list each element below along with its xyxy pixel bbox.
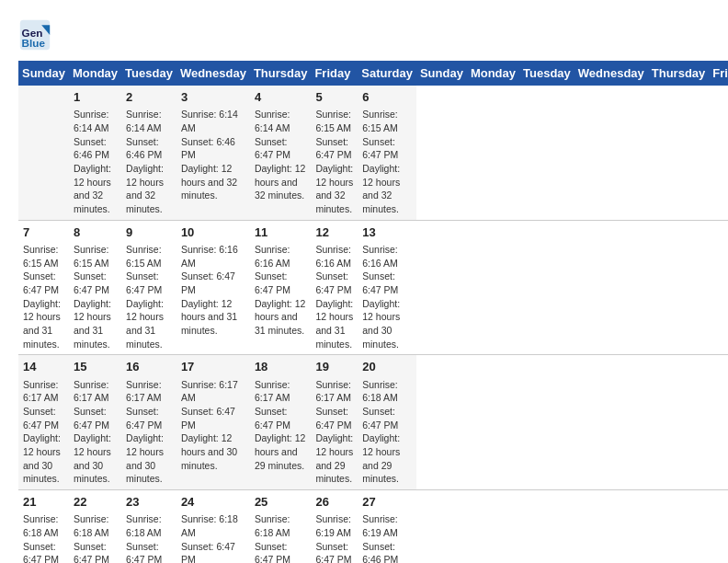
calendar-cell: 3Sunrise: 6:14 AMSunset: 6:46 PMDaylight… [176, 86, 250, 220]
day-info: Sunrise: 6:14 AMSunset: 6:47 PMDaylight:… [255, 108, 307, 202]
calendar-cell: 10Sunrise: 6:16 AMSunset: 6:47 PMDayligh… [176, 220, 250, 355]
day-info: Sunrise: 6:14 AMSunset: 6:46 PMDaylight:… [74, 108, 117, 216]
day-info: Sunrise: 6:18 AMSunset: 6:47 PMDaylight:… [23, 512, 64, 563]
calendar-header-row: SundayMondayTuesdayWednesdayThursdayFrid… [18, 61, 728, 86]
calendar-cell: 5Sunrise: 6:15 AMSunset: 6:47 PMDaylight… [311, 86, 358, 220]
day-number: 26 [315, 494, 353, 511]
calendar-cell: 20Sunrise: 6:18 AMSunset: 6:47 PMDayligh… [358, 355, 416, 490]
day-header-tuesday: Tuesday [519, 61, 574, 86]
day-number: 25 [255, 494, 307, 511]
calendar-cell: 4Sunrise: 6:14 AMSunset: 6:47 PMDaylight… [250, 86, 312, 220]
day-number: 22 [74, 494, 117, 511]
day-info: Sunrise: 6:18 AMSunset: 6:47 PMDaylight:… [362, 378, 412, 487]
day-header-friday: Friday [311, 61, 358, 86]
day-info: Sunrise: 6:18 AMSunset: 6:47 PMDaylight:… [74, 512, 117, 563]
calendar-cell: 24Sunrise: 6:18 AMSunset: 6:47 PMDayligh… [176, 490, 250, 563]
day-header-tuesday: Tuesday [121, 61, 176, 86]
day-info: Sunrise: 6:15 AMSunset: 6:47 PMDaylight:… [23, 243, 64, 351]
day-info: Sunrise: 6:17 AMSunset: 6:47 PMDaylight:… [74, 378, 117, 487]
day-number: 23 [126, 494, 172, 511]
day-info: Sunrise: 6:16 AMSunset: 6:47 PMDaylight:… [362, 243, 412, 351]
calendar-cell: 18Sunrise: 6:17 AMSunset: 6:47 PMDayligh… [250, 355, 312, 490]
day-info: Sunrise: 6:15 AMSunset: 6:47 PMDaylight:… [74, 243, 117, 351]
day-header-sunday: Sunday [416, 61, 467, 86]
day-info: Sunrise: 6:18 AMSunset: 6:47 PMDaylight:… [181, 512, 245, 563]
calendar-cell: 8Sunrise: 6:15 AMSunset: 6:47 PMDaylight… [69, 220, 121, 355]
calendar-cell: 23Sunrise: 6:18 AMSunset: 6:47 PMDayligh… [121, 490, 176, 563]
calendar-cell: 6Sunrise: 6:15 AMSunset: 6:47 PMDaylight… [358, 86, 416, 220]
day-header-wednesday: Wednesday [176, 61, 250, 86]
calendar-cell: 19Sunrise: 6:17 AMSunset: 6:47 PMDayligh… [311, 355, 358, 490]
day-info: Sunrise: 6:15 AMSunset: 6:47 PMDaylight:… [362, 108, 412, 216]
calendar-cell: 26Sunrise: 6:19 AMSunset: 6:47 PMDayligh… [311, 490, 358, 563]
calendar-cell: 9Sunrise: 6:15 AMSunset: 6:47 PMDaylight… [121, 220, 176, 355]
day-info: Sunrise: 6:17 AMSunset: 6:47 PMDaylight:… [23, 378, 64, 487]
day-number: 1 [74, 89, 117, 106]
calendar-cell: 12Sunrise: 6:16 AMSunset: 6:47 PMDayligh… [311, 220, 358, 355]
day-info: Sunrise: 6:17 AMSunset: 6:47 PMDaylight:… [255, 378, 307, 473]
day-info: Sunrise: 6:17 AMSunset: 6:47 PMDaylight:… [126, 378, 172, 487]
day-header-wednesday: Wednesday [574, 61, 648, 86]
day-header-saturday: Saturday [358, 61, 416, 86]
calendar-cell: 1Sunrise: 6:14 AMSunset: 6:46 PMDaylight… [69, 86, 121, 220]
day-info: Sunrise: 6:16 AMSunset: 6:47 PMDaylight:… [181, 243, 245, 338]
calendar-cell: 25Sunrise: 6:18 AMSunset: 6:47 PMDayligh… [250, 490, 312, 563]
day-info: Sunrise: 6:14 AMSunset: 6:46 PMDaylight:… [181, 108, 245, 202]
day-number: 27 [362, 494, 412, 511]
calendar-cell: 16Sunrise: 6:17 AMSunset: 6:47 PMDayligh… [121, 355, 176, 490]
calendar-cell: 22Sunrise: 6:18 AMSunset: 6:47 PMDayligh… [69, 490, 121, 563]
day-info: Sunrise: 6:17 AMSunset: 6:47 PMDaylight:… [315, 378, 353, 487]
day-header-monday: Monday [467, 61, 519, 86]
calendar-cell: 21Sunrise: 6:18 AMSunset: 6:47 PMDayligh… [18, 490, 69, 563]
day-info: Sunrise: 6:19 AMSunset: 6:47 PMDaylight:… [315, 512, 353, 563]
day-number: 3 [181, 89, 245, 106]
day-header-friday: Friday [709, 61, 728, 86]
calendar-cell: 2Sunrise: 6:14 AMSunset: 6:46 PMDaylight… [121, 86, 176, 220]
day-info: Sunrise: 6:18 AMSunset: 6:47 PMDaylight:… [255, 512, 307, 563]
day-number: 7 [23, 224, 64, 241]
day-header-thursday: Thursday [250, 61, 312, 86]
day-number: 24 [181, 494, 245, 511]
day-number: 14 [23, 359, 64, 375]
day-number: 19 [315, 359, 353, 375]
calendar-cell: 7Sunrise: 6:15 AMSunset: 6:47 PMDaylight… [18, 220, 69, 355]
day-number: 12 [315, 224, 353, 241]
day-header-sunday: Sunday [18, 61, 69, 86]
day-number: 2 [126, 89, 172, 106]
day-number: 18 [255, 359, 307, 375]
page-header: Gen Blue [18, 18, 710, 52]
day-info: Sunrise: 6:15 AMSunset: 6:47 PMDaylight:… [126, 243, 172, 351]
calendar-table: SundayMondayTuesdayWednesdayThursdayFrid… [18, 61, 728, 563]
calendar-week-row: 21Sunrise: 6:18 AMSunset: 6:47 PMDayligh… [18, 490, 728, 563]
calendar-week-row: 1Sunrise: 6:14 AMSunset: 6:46 PMDaylight… [18, 86, 728, 220]
logo: Gen Blue [18, 18, 55, 52]
day-number: 8 [74, 224, 117, 241]
day-number: 20 [362, 359, 412, 375]
day-number: 16 [126, 359, 172, 375]
calendar-cell: 27Sunrise: 6:19 AMSunset: 6:46 PMDayligh… [358, 490, 416, 563]
day-info: Sunrise: 6:19 AMSunset: 6:46 PMDaylight:… [362, 512, 412, 563]
day-number: 11 [255, 224, 307, 241]
day-info: Sunrise: 6:14 AMSunset: 6:46 PMDaylight:… [126, 108, 172, 216]
day-info: Sunrise: 6:16 AMSunset: 6:47 PMDaylight:… [255, 243, 307, 338]
calendar-cell [18, 86, 69, 220]
calendar-cell: 13Sunrise: 6:16 AMSunset: 6:47 PMDayligh… [358, 220, 416, 355]
day-info: Sunrise: 6:17 AMSunset: 6:47 PMDaylight:… [181, 378, 245, 473]
day-number: 13 [362, 224, 412, 241]
day-number: 9 [126, 224, 172, 241]
day-number: 21 [23, 494, 64, 511]
calendar-week-row: 14Sunrise: 6:17 AMSunset: 6:47 PMDayligh… [18, 355, 728, 490]
day-number: 15 [74, 359, 117, 375]
day-number: 6 [362, 89, 412, 106]
calendar-cell: 17Sunrise: 6:17 AMSunset: 6:47 PMDayligh… [176, 355, 250, 490]
day-info: Sunrise: 6:18 AMSunset: 6:47 PMDaylight:… [126, 512, 172, 563]
svg-text:Blue: Blue [22, 37, 46, 49]
day-header-monday: Monday [69, 61, 121, 86]
day-number: 5 [315, 89, 353, 106]
day-number: 10 [181, 224, 245, 241]
calendar-week-row: 7Sunrise: 6:15 AMSunset: 6:47 PMDaylight… [18, 220, 728, 355]
calendar-cell: 15Sunrise: 6:17 AMSunset: 6:47 PMDayligh… [69, 355, 121, 490]
calendar-cell: 11Sunrise: 6:16 AMSunset: 6:47 PMDayligh… [250, 220, 312, 355]
day-info: Sunrise: 6:15 AMSunset: 6:47 PMDaylight:… [315, 108, 353, 216]
day-info: Sunrise: 6:16 AMSunset: 6:47 PMDaylight:… [315, 243, 353, 351]
